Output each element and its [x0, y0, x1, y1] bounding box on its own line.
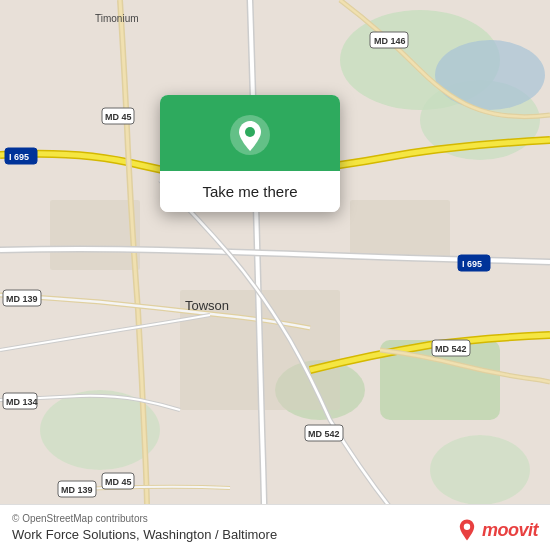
- location-pin-icon: [228, 113, 272, 157]
- svg-text:MD 542: MD 542: [308, 429, 340, 439]
- moovit-brand-text: moovit: [482, 520, 538, 541]
- svg-point-36: [245, 127, 255, 137]
- svg-rect-10: [350, 200, 450, 260]
- svg-point-37: [464, 524, 470, 530]
- svg-text:MD 542: MD 542: [435, 344, 467, 354]
- svg-text:I 695: I 695: [462, 259, 482, 269]
- popup-green-area: [160, 95, 340, 171]
- svg-text:MD 139: MD 139: [6, 294, 38, 304]
- svg-rect-9: [50, 200, 140, 270]
- svg-text:MD 146: MD 146: [374, 36, 406, 46]
- moovit-pin-icon: [455, 518, 479, 542]
- svg-text:MD 139: MD 139: [61, 485, 93, 495]
- svg-text:Towson: Towson: [185, 298, 229, 313]
- popup-card: Take me there: [160, 95, 340, 212]
- svg-text:MD 45: MD 45: [105, 477, 132, 487]
- svg-point-7: [435, 40, 545, 110]
- svg-text:MD 134: MD 134: [6, 397, 38, 407]
- moovit-logo: moovit: [455, 518, 538, 542]
- svg-text:I 695: I 695: [9, 152, 29, 162]
- svg-text:Timonium: Timonium: [95, 13, 139, 24]
- map-container: Timonium MD 146 MD 45 I 695 I 695 MD 139…: [0, 0, 550, 550]
- svg-text:MD 45: MD 45: [105, 112, 132, 122]
- svg-point-5: [430, 435, 530, 505]
- bottom-bar: © OpenStreetMap contributors Work Force …: [0, 504, 550, 550]
- map-svg: Timonium MD 146 MD 45 I 695 I 695 MD 139…: [0, 0, 550, 550]
- take-me-there-button[interactable]: Take me there: [160, 171, 340, 212]
